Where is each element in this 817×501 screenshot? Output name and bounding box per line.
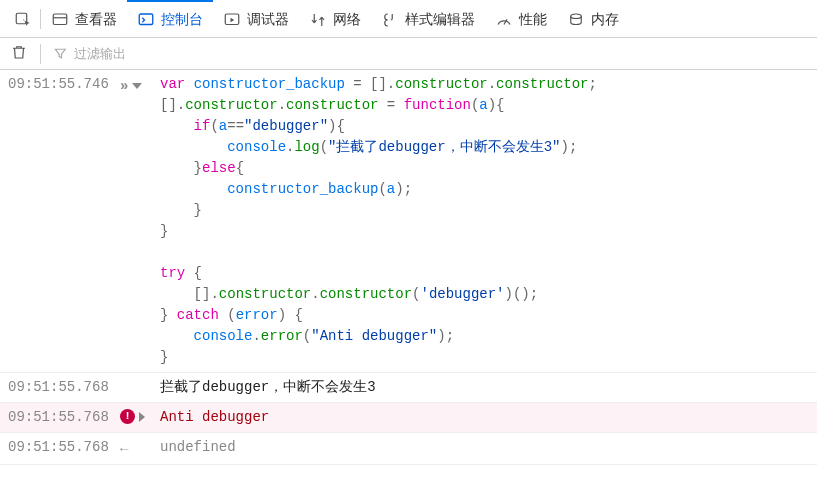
style-editor-icon [381, 11, 399, 29]
tab-network[interactable]: 网络 [299, 0, 371, 37]
log-message[interactable]: 拦截了debugger，中断不会发生3 [160, 377, 809, 398]
input-marker-icon: » [120, 76, 128, 97]
tab-label: 样式编辑器 [405, 11, 475, 29]
filter-box [53, 46, 807, 61]
svg-rect-1 [53, 14, 67, 25]
network-icon [309, 11, 327, 29]
separator [40, 44, 41, 64]
error-icon: ! [120, 409, 135, 424]
tab-label: 网络 [333, 11, 361, 29]
inspector-icon [51, 11, 69, 29]
filter-input[interactable] [74, 46, 807, 61]
row-markers: ! [120, 407, 160, 424]
console-error-row: 09:51:55.768 ! Anti debugger [0, 403, 817, 433]
tab-label: 控制台 [161, 11, 203, 29]
tab-label: 调试器 [247, 11, 289, 29]
tab-style-editor[interactable]: 样式编辑器 [371, 0, 485, 37]
console-icon [137, 11, 155, 29]
row-markers: ← [120, 437, 160, 460]
tab-console[interactable]: 控制台 [127, 0, 213, 37]
svg-rect-3 [139, 14, 153, 25]
row-markers [120, 377, 160, 379]
tab-memory[interactable]: 内存 [557, 0, 629, 37]
console-result-row: 09:51:55.768 ← undefined [0, 433, 817, 465]
timestamp: 09:51:55.768 [8, 437, 120, 458]
code-block[interactable]: var constructor_backup = [].constructor.… [160, 74, 809, 368]
debugger-icon [223, 11, 241, 29]
expand-toggle-icon[interactable] [132, 83, 142, 89]
output-marker-icon: ← [120, 439, 128, 460]
row-markers: » [120, 74, 160, 97]
error-message[interactable]: Anti debugger [160, 407, 809, 428]
svg-marker-5 [231, 17, 235, 22]
picker-icon [14, 11, 32, 29]
expand-toggle-icon[interactable] [139, 412, 145, 422]
console-filter-bar [0, 38, 817, 70]
tab-label: 性能 [519, 11, 547, 29]
funnel-icon [53, 46, 68, 61]
element-picker-button[interactable] [6, 0, 40, 37]
performance-icon [495, 11, 513, 29]
tab-inspector[interactable]: 查看器 [41, 0, 127, 37]
result-value[interactable]: undefined [160, 437, 809, 458]
tab-debugger[interactable]: 调试器 [213, 0, 299, 37]
tab-label: 内存 [591, 11, 619, 29]
trash-icon [10, 43, 28, 61]
console-log-row: 09:51:55.768 拦截了debugger，中断不会发生3 [0, 373, 817, 403]
tab-performance[interactable]: 性能 [485, 0, 557, 37]
tab-label: 查看器 [75, 11, 117, 29]
timestamp: 09:51:55.768 [8, 377, 120, 398]
memory-icon [567, 11, 585, 29]
svg-point-7 [571, 14, 582, 19]
console-output: 09:51:55.746 » var constructor_backup = … [0, 70, 817, 501]
timestamp: 09:51:55.746 [8, 74, 120, 95]
clear-console-button[interactable] [10, 43, 28, 64]
console-input-row: 09:51:55.746 » var constructor_backup = … [0, 70, 817, 373]
timestamp: 09:51:55.768 [8, 407, 120, 428]
devtools-toolbar: 查看器 控制台 调试器 网络 样式编辑器 性能 内存 [0, 0, 817, 38]
